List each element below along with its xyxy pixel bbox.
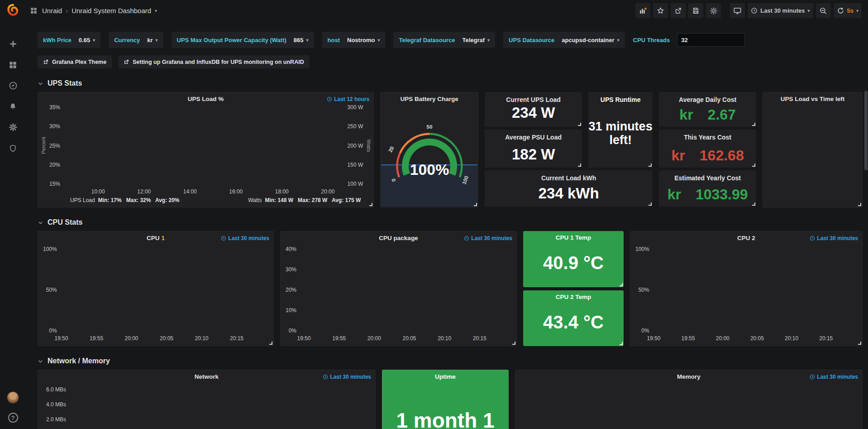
panel-this-years-cost[interactable]: This Years Cost kr162.68 [659,130,756,168]
axis-tick: 20:00 [321,188,334,195]
zoom-out-time-button[interactable] [816,3,831,18]
panel-time-range[interactable]: Last 30 minutes [323,374,371,380]
panel-time-range[interactable]: Last 30 minutes [810,235,858,241]
save-dashboard-button[interactable] [688,3,703,18]
share-dashboard-button[interactable] [671,3,686,18]
legend-item-watts[interactable]: Watts Min: 148 W Max: 278 W Avg: 175 W [239,197,361,203]
axis-tick: 40% [286,246,296,252]
ups-load-chart-canvas[interactable] [62,104,345,187]
variable-value-dropdown[interactable]: 0.65▾ [79,37,95,43]
axis-tick: 250 W [348,123,363,130]
variable-value-dropdown[interactable]: apcupsd-container▾ [562,37,619,43]
axis-tick: 20:05 [403,335,416,342]
panel-cpu2-temp[interactable]: CPU 2 Temp 43.4 °C [523,290,624,346]
add-panel-button[interactable] [635,3,650,18]
cycle-view-mode-tv-button[interactable] [730,3,745,18]
clock-icon [323,374,328,380]
refresh-button[interactable]: 5s ▾ [834,3,862,18]
legend-item-ups-load[interactable]: UPS Load Min: 17% Max: 32% Avg: 20% [62,197,180,203]
time-range-label: Last 30 minutes [760,7,805,14]
variable-cpu-threads: CPU Threads 32 [633,32,751,48]
y-axis-ticks: 100%50%0% [41,246,59,334]
cpu-package-chart-canvas[interactable] [299,246,515,334]
star-dashboard-button[interactable] [653,3,668,18]
dashboards-icon[interactable] [8,60,18,70]
axis-tick: 100 W [348,181,363,187]
page-scrollbar-thumb[interactable] [864,91,868,170]
network-chart-canvas[interactable] [69,381,373,429]
time-range-picker[interactable]: Last 30 minutes ▾ [748,3,813,18]
refresh-interval-label[interactable]: 5s [847,7,854,14]
section-header-ups-stats[interactable]: UPS Stats [38,79,863,87]
cpu2-plot[interactable] [652,246,860,334]
breadcrumb-folder[interactable]: Unraid [42,7,62,14]
user-avatar[interactable] [7,391,19,404]
cpu1-plot[interactable] [59,246,272,334]
create-plus-icon[interactable] [8,39,18,49]
cpu-package-plot[interactable] [299,246,515,334]
admin-shield-icon[interactable] [8,143,18,153]
panel-cpu1-temp[interactable]: CPU 1 Temp 40.9 °C [523,231,624,287]
panel-ups-runtime[interactable]: UPS Runtime 31 minutes left! [588,92,653,168]
section-header-network-memory[interactable]: Network / Memory [38,357,863,365]
refresh-interval-caret-icon[interactable]: ▾ [856,8,858,13]
axis-tick: 50% [639,287,649,293]
panel-time-range[interactable]: Last 30 minutes [221,235,269,241]
panel-average-daily-cost[interactable]: Average Daily Cost kr2.67 [659,92,756,127]
variable-currency: Currency kr▾ [109,32,163,48]
help-icon[interactable]: ? [8,413,18,423]
cpu-threads-input[interactable]: 32 [677,33,745,47]
grafana-logo-icon[interactable] [6,4,20,17]
alerting-bell-icon[interactable] [8,101,18,111]
panel-uptime[interactable]: Uptime 1 month 1 [382,370,509,429]
cpu-package-legend [281,342,516,346]
section-header-cpu-stats[interactable]: CPU Stats [38,218,863,227]
panel-network: Network Last 30 minutes 6.0 MBs4.0 MBs2.… [38,370,376,429]
cpu1-chart-canvas[interactable] [59,246,272,334]
variable-value-dropdown[interactable]: Telegraf▾ [462,37,490,43]
gauge-value: 100% [410,161,449,178]
dashboard-grid-icon[interactable] [29,6,38,16]
breadcrumb: Unraid › Unraid System Dashboard ▾ [29,6,157,16]
breadcrumb-dashboard-title[interactable]: Unraid System Dashboard [72,7,151,14]
panel-cpu-1: CPU 1 Last 30 minutes 100%50%0% 19:5019:… [38,231,274,346]
variable-value-dropdown[interactable]: 865▾ [294,37,309,43]
memory-chart-canvas[interactable] [562,381,742,429]
axis-tick: 25% [49,143,60,149]
link-ups-monitoring-guide[interactable]: Setting up Grafana and InfluxDB for UPS … [118,55,309,68]
panel-time-range[interactable]: Last 30 minutes [464,235,512,241]
y-axis-title-left: Percent [41,104,47,187]
ups-stat-grid: Current UPS Load 234 W UPS Runtime 31 mi… [485,92,653,207]
axis-tick: 20:10 [195,335,209,342]
cpu2-chart-canvas[interactable] [652,246,860,334]
network-plot[interactable] [69,381,373,429]
panel-title[interactable]: UPS Load vs Time left [763,92,862,102]
variable-value-dropdown[interactable]: Nostromo▾ [347,37,380,43]
cpu-temps-column: CPU 1 Temp 40.9 °C CPU 2 Temp 43.4 °C [523,231,624,346]
panel-current-ups-load[interactable]: Current UPS Load 234 W [485,92,582,127]
x-axis-ticks: 19:5019:5520:0020:0520:1020:15 [59,334,269,342]
clock-icon [221,236,226,241]
cost-column: Average Daily Cost kr2.67 This Years Cos… [659,92,756,207]
link-grafana-plex-theme[interactable]: Grafana Plex Theme [38,55,112,68]
memory-plot[interactable] [562,381,742,429]
x-axis-ticks: 19:5019:5520:0020:0520:1020:15 [651,334,858,342]
panel-time-range[interactable]: Last 12 hours [327,96,369,102]
clock-icon [327,96,332,102]
variable-value-dropdown[interactable]: kr▾ [147,37,157,43]
panel-average-psu-load[interactable]: Average PSU Load 182 W [485,130,582,168]
axis-tick: 20:15 [230,335,243,342]
dashboard-title-caret-icon[interactable]: ▾ [155,8,157,13]
configuration-gear-icon[interactable] [8,122,18,132]
ups-load-plot[interactable] [62,104,345,187]
explore-compass-icon[interactable] [8,81,18,91]
panel-estimated-yearly-cost[interactable]: Estimated Yearly Cost kr1033.99 [659,170,756,207]
panel-title[interactable]: UPS Battery Charge [381,92,478,102]
variable-ups-max-output: UPS Max Output Power Capacity (Watt) 865… [172,32,314,48]
panel-title[interactable]: UPS Load % [38,92,373,102]
axis-tick: 16:00 [229,188,243,195]
panel-current-load-kwh[interactable]: Current Load kWh 234 kWh [485,170,653,207]
dashboard-settings-gear-button[interactable] [706,3,721,18]
panel-time-range[interactable]: Last 30 minutes [810,374,858,380]
breadcrumb-separator: › [66,7,68,14]
